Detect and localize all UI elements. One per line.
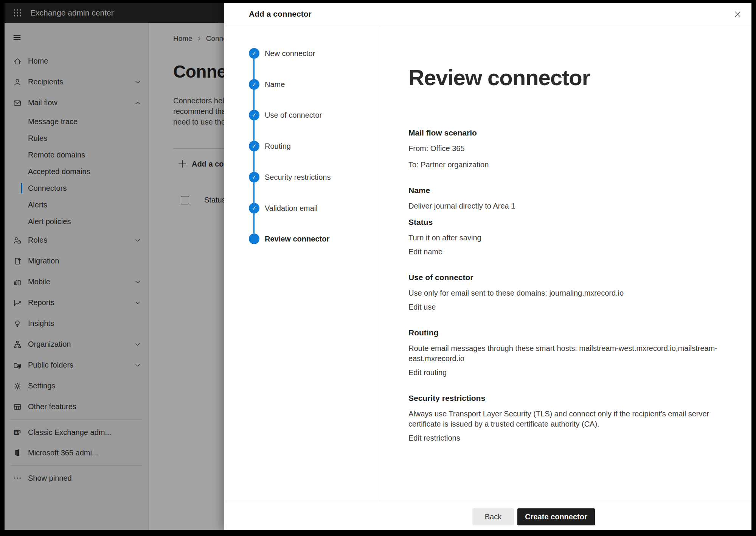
review-text: To: Partner organization [408,160,724,170]
back-button[interactable]: Back [472,508,514,525]
review-section-heading: Routing [408,328,724,337]
wizard-step-new-connector[interactable]: ✓New connector [249,48,315,59]
wizard-step-security-restrictions[interactable]: ✓Security restrictions [249,172,331,182]
step-check-icon: ✓ [249,203,259,213]
wizard-step-validation-email[interactable]: ✓Validation email [249,203,318,213]
review-group: Use of connectorUse only for email sent … [408,273,724,312]
review-text: From: Office 365 [408,143,724,154]
wizard-step-label: Security restrictions [265,173,331,182]
step-check-icon: ✓ [249,172,259,182]
panel-footer: Back Create connector [224,501,751,530]
panel-header: Add a connector [224,3,751,25]
review-group: NameDeliver journal directly to Area 1St… [408,186,724,257]
panel-title: Add a connector [249,9,312,19]
wizard-step-routing[interactable]: ✓Routing [249,141,291,151]
edit-name-link[interactable]: Edit name [408,247,724,257]
review-content: Review connector Mail flow scenarioFrom:… [380,26,751,501]
review-group: RoutingRoute email messages through thes… [408,328,724,378]
edit-use-link[interactable]: Edit use [408,302,724,312]
review-title: Review connector [408,65,736,90]
review-text: Route email messages through these smart… [408,343,724,364]
review-section-heading: Name [408,186,724,195]
wizard-steps: ✓New connector✓Name✓Use of connector✓Rou… [224,26,380,501]
wizard-step-name[interactable]: ✓Name [249,79,285,90]
review-text: Deliver journal directly to Area 1 [408,201,724,211]
wizard-step-label: Review connector [265,235,329,243]
step-check-icon: ✓ [249,79,259,90]
close-icon [734,11,741,18]
wizard-step-label: New connector [265,49,315,58]
review-section-heading: Security restrictions [408,394,724,403]
review-sections: Mail flow scenarioFrom: Office 365To: Pa… [408,128,724,443]
step-current-dot [249,234,259,244]
wizard-step-label: Validation email [265,204,318,213]
create-connector-button[interactable]: Create connector [517,508,595,525]
review-section-heading: Status [408,218,724,227]
review-group: Mail flow scenarioFrom: Office 365To: Pa… [408,128,724,170]
review-section-heading: Mail flow scenario [408,128,724,137]
panel-body: ✓New connector✓Name✓Use of connector✓Rou… [224,26,751,501]
review-group: Security restrictionsAlways use Transpor… [408,394,724,443]
review-text: Always use Transport Layer Security (TLS… [408,409,724,429]
review-text: Turn it on after saving [408,233,724,243]
step-check-icon: ✓ [249,110,259,120]
app-window: Exchange admin center HomeRecipientsMail… [5,3,751,530]
step-check-icon: ✓ [249,141,259,151]
review-section-heading: Use of connector [408,273,724,282]
wizard-step-label: Name [265,80,285,89]
edit-restrictions-link[interactable]: Edit restrictions [408,433,724,443]
add-connector-panel: Add a connector ✓New connector✓Name✓Use … [224,3,751,530]
close-button[interactable] [731,8,744,20]
wizard-step-label: Routing [265,142,291,151]
wizard-step-use-of-connector[interactable]: ✓Use of connector [249,110,322,120]
edit-routing-link[interactable]: Edit routing [408,368,724,378]
wizard-step-label: Use of connector [265,111,322,120]
step-check-icon: ✓ [249,48,259,59]
review-text: Use only for email sent to these domains… [408,288,724,298]
wizard-step-review-connector[interactable]: Review connector [249,234,329,244]
